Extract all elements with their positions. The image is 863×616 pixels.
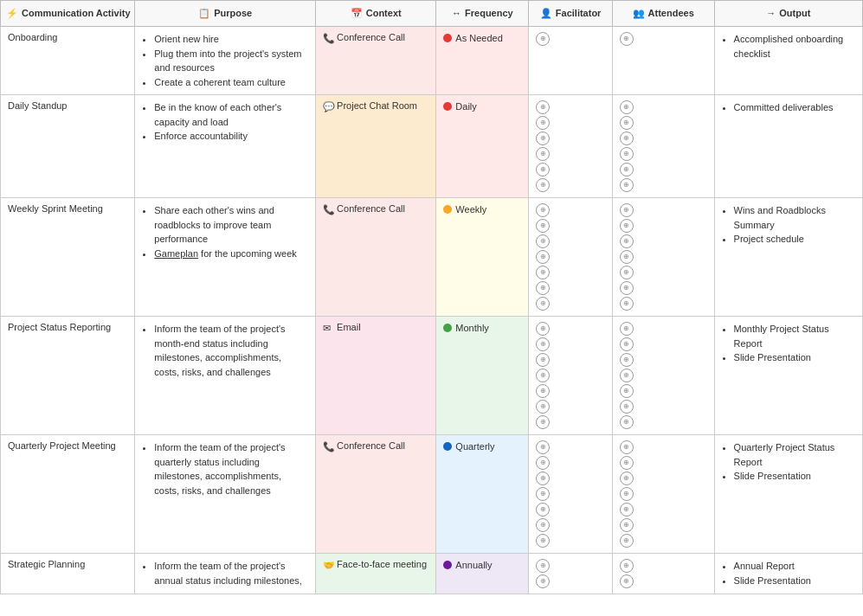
purpose-cell: Orient new hirePlug them into the projec… bbox=[135, 27, 316, 95]
activity-cell: Project Status Reporting bbox=[1, 317, 135, 435]
purpose-cell: Inform the team of the project's month-e… bbox=[135, 317, 316, 435]
purpose-item: Share each other's wins and roadblocks t… bbox=[154, 203, 308, 247]
activity-label: Daily Standup bbox=[8, 100, 68, 111]
context-icon: ✉ bbox=[323, 323, 333, 333]
facilitator-icon: ⊕ bbox=[536, 472, 550, 485]
output-cell: Accomplished onboarding checklist bbox=[714, 27, 862, 95]
facilitator-icon: ⊕ bbox=[536, 574, 550, 588]
facilitator-icon: ⊕ bbox=[536, 518, 550, 532]
attendee-icon: ⊕ bbox=[620, 400, 634, 414]
output-icon: → bbox=[766, 8, 776, 18]
attendees-cell: ⊕⊕⊕⊕⊕⊕⊕ bbox=[612, 317, 714, 435]
col-header-label-activity: Communication Activity bbox=[22, 8, 131, 18]
table-row: Strategic PlanningInform the team of the… bbox=[1, 554, 863, 594]
activity-cell: Onboarding bbox=[1, 27, 135, 95]
frequency-label: Annually bbox=[455, 560, 492, 570]
purpose-icon: 📋 bbox=[198, 8, 210, 18]
facilitator-icon: ⊕ bbox=[536, 456, 550, 470]
facilitator-cell: ⊕⊕ bbox=[529, 554, 612, 594]
attendee-icon: ⊕ bbox=[620, 487, 634, 501]
facilitator-icon: ⊕ bbox=[536, 297, 550, 311]
attendees-cell: ⊕⊕⊕⊕⊕⊕ bbox=[612, 95, 714, 198]
purpose-cell: Inform the team of the project's annual … bbox=[135, 554, 316, 594]
communication-activity-table: ⚡Communication Activity📋Purpose📅Context↔… bbox=[0, 0, 863, 594]
context-cell: ✉Email bbox=[316, 317, 436, 435]
output-item: Wins and Roadblocks Summary bbox=[734, 203, 855, 232]
attendee-icon: ⊕ bbox=[620, 163, 634, 176]
attendee-icon: ⊕ bbox=[620, 472, 634, 485]
activity-icon: ⚡ bbox=[6, 8, 18, 18]
col-header-label-context: Context bbox=[366, 8, 402, 18]
frequency-dot bbox=[443, 561, 452, 569]
facilitator-icon: ⊕ bbox=[536, 178, 550, 192]
attendee-icon: ⊕ bbox=[620, 250, 634, 264]
activity-label: Onboarding bbox=[8, 32, 58, 42]
col-header-facilitator: 👤Facilitator bbox=[529, 1, 612, 27]
purpose-cell: Share each other's wins and roadblocks t… bbox=[135, 198, 316, 317]
facilitator-icon: ⊕ bbox=[536, 415, 550, 429]
output-cell: Monthly Project Status ReportSlide Prese… bbox=[714, 317, 862, 435]
output-cell: Committed deliverables bbox=[714, 95, 862, 198]
context-label: Project Chat Room bbox=[337, 100, 417, 111]
activity-label: Weekly Sprint Meeting bbox=[8, 203, 103, 214]
facilitator-icon: ⊕ bbox=[536, 559, 550, 573]
context-icon: 💬 bbox=[323, 101, 333, 112]
purpose-item: Orient new hire bbox=[154, 32, 308, 47]
facilitator-icon: ⊕ bbox=[536, 400, 550, 414]
col-header-label-attendees: Attendees bbox=[648, 8, 694, 18]
frequency-dot bbox=[443, 34, 452, 42]
output-cell: Annual ReportSlide Presentation bbox=[714, 554, 862, 594]
output-cell: Quarterly Project Status ReportSlide Pre… bbox=[714, 435, 862, 554]
attendee-icon: ⊕ bbox=[620, 415, 634, 429]
facilitator-icon: ⊕ bbox=[536, 369, 550, 382]
facilitator-icon: ⊕ bbox=[536, 147, 550, 161]
attendee-icon: ⊕ bbox=[620, 456, 634, 470]
purpose-item: Gameplan for the upcoming week bbox=[154, 247, 308, 261]
activity-label: Project Status Reporting bbox=[8, 322, 111, 332]
output-item: Slide Presentation bbox=[734, 469, 855, 484]
purpose-cell: Inform the team of the project's quarter… bbox=[135, 435, 316, 554]
col-header-label-frequency: Frequency bbox=[465, 8, 513, 18]
output-item: Slide Presentation bbox=[734, 350, 855, 365]
facilitator-icon: ⊕ bbox=[536, 337, 550, 351]
output-item: Project schedule bbox=[734, 232, 855, 247]
attendees-cell: ⊕ bbox=[612, 27, 714, 95]
attendee-icon: ⊕ bbox=[620, 518, 634, 532]
attendee-icon: ⊕ bbox=[620, 178, 634, 192]
activity-label: Strategic Planning bbox=[8, 559, 85, 569]
context-cell: 💬Project Chat Room bbox=[316, 95, 436, 198]
facilitator-icon: ⊕ bbox=[536, 234, 550, 248]
output-cell: Wins and Roadblocks SummaryProject sched… bbox=[714, 198, 862, 317]
context-icon: 📞 bbox=[323, 204, 333, 215]
frequency-dot bbox=[443, 324, 452, 332]
purpose-item: Inform the team of the project's month-e… bbox=[154, 322, 308, 379]
frequency-cell: Annually bbox=[436, 554, 529, 594]
facilitator-icon: ⊕ bbox=[536, 281, 550, 295]
attendee-icon: ⊕ bbox=[620, 337, 634, 351]
output-item: Committed deliverables bbox=[734, 100, 855, 115]
attendee-icon: ⊕ bbox=[620, 100, 634, 114]
context-cell: 🤝Face-to-face meeting bbox=[316, 554, 436, 594]
attendee-icon: ⊕ bbox=[620, 281, 634, 295]
facilitator-icon: ⊕ bbox=[536, 219, 550, 233]
frequency-label: Monthly bbox=[455, 323, 489, 333]
col-header-output: →Output bbox=[714, 1, 862, 27]
facilitator-icon: ⊕ bbox=[536, 487, 550, 501]
frequency-dot bbox=[443, 205, 452, 214]
context-label: Email bbox=[337, 322, 361, 332]
facilitator-icon: 👤 bbox=[540, 8, 552, 18]
col-header-attendees: 👥Attendees bbox=[612, 1, 714, 27]
activity-cell: Weekly Sprint Meeting bbox=[1, 198, 135, 317]
col-header-context: 📅Context bbox=[316, 1, 436, 27]
context-cell: 📞Conference Call bbox=[316, 435, 436, 554]
activity-cell: Quarterly Project Meeting bbox=[1, 435, 135, 554]
attendee-icon: ⊕ bbox=[620, 297, 634, 311]
activity-cell: Strategic Planning bbox=[1, 554, 135, 594]
frequency-cell: Quarterly bbox=[436, 435, 529, 554]
attendee-icon: ⊕ bbox=[620, 322, 634, 336]
facilitator-cell: ⊕⊕⊕⊕⊕⊕ bbox=[529, 95, 612, 198]
facilitator-icon: ⊕ bbox=[536, 203, 550, 217]
frequency-dot bbox=[443, 102, 452, 111]
col-header-label-facilitator: Facilitator bbox=[556, 8, 602, 18]
attendees-cell: ⊕⊕⊕⊕⊕⊕⊕ bbox=[612, 435, 714, 554]
